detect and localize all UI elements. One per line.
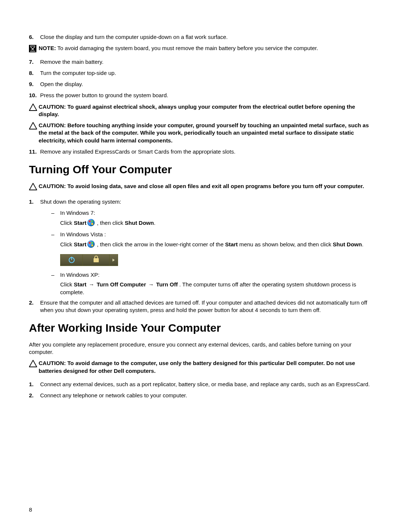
caution-text: CAUTION: To avoid damage to the computer… [39, 359, 372, 375]
step-text: Close the display and turn the computer … [40, 33, 372, 41]
caution-icon [29, 360, 39, 369]
dash: – [51, 231, 60, 238]
caution-callout: CAUTION: To guard against electrical sho… [29, 103, 372, 118]
windows-xp-label: In Windows XP: [60, 271, 372, 279]
text: , then click the arrow in the lower-righ… [95, 241, 225, 247]
step-item: 1. Shut down the operating system: [29, 198, 372, 206]
caution-body: To avoid damage to the computer, use onl… [39, 360, 355, 374]
caution-body: To guard against electrical shock, alway… [39, 104, 355, 117]
step-text: Turn the computer top-side up. [40, 69, 372, 77]
note-prefix: NOTE: [39, 45, 56, 51]
step-number: 11. [29, 148, 40, 155]
note-callout: NOTE: To avoid damaging the system board… [29, 45, 372, 54]
dash: – [51, 209, 60, 217]
caution-prefix: CAUTION: [39, 360, 68, 366]
step-item: 10. Press the power button to ground the… [29, 92, 372, 99]
caution-prefix: CAUTION: [39, 104, 68, 110]
step-number: 6. [29, 33, 40, 41]
step-text: Remove any installed ExpressCards or Sma… [40, 148, 372, 155]
text: , then click [95, 220, 125, 226]
caution-callout: CAUTION: Before touching anything inside… [29, 122, 372, 144]
step-number: 1. [29, 381, 40, 388]
arrow-icon: → [87, 281, 96, 288]
step-number: 10. [29, 92, 40, 99]
step-text: Shut down the operating system: [40, 198, 372, 206]
windows-vista-label: In Windows Vista : [60, 231, 372, 238]
text: Click [60, 220, 74, 226]
caution-icon [29, 183, 39, 192]
text: menu as shown below, and then click [238, 241, 333, 247]
caution-body: To avoid losing data, save and close all… [68, 183, 364, 189]
shut-down-label: Shut Down [333, 241, 362, 247]
windows-vista-instruction: Click Start , then click the arrow in th… [60, 240, 372, 248]
windows-xp-instruction: Click Start → Turn Off Computer → Turn O… [60, 281, 372, 296]
step-item: 11. Remove any installed ExpressCards or… [29, 148, 372, 155]
text: Click [60, 241, 74, 247]
step-item: 2. Ensure that the computer and all atta… [29, 299, 372, 314]
text: . [154, 220, 155, 226]
step-text: Ensure that the computer and all attache… [40, 299, 372, 314]
step-text: Press the power button to ground the sys… [40, 92, 372, 99]
step-number: 7. [29, 58, 40, 66]
windows-vista-item: – In Windows Vista : [51, 231, 372, 238]
step-text: Remove the main battery. [40, 58, 372, 66]
step-item: 1. Connect any external devices, such as… [29, 381, 372, 388]
step-text: Connect any external devices, such as a … [40, 381, 372, 388]
start-label: Start [225, 241, 238, 247]
step-text: Open the display. [40, 81, 372, 88]
dash: – [51, 271, 60, 296]
caution-text: CAUTION: Before touching anything inside… [39, 122, 372, 144]
note-text: NOTE: To avoid damaging the system board… [39, 45, 372, 52]
windows7-label: In Windows 7: [60, 209, 372, 217]
lock-button-icon [83, 254, 110, 266]
after-paragraph: After you complete any replacement proce… [29, 341, 372, 356]
caution-callout: CAUTION: To avoid damage to the computer… [29, 359, 372, 375]
caution-body: Before touching anything inside your com… [39, 122, 369, 144]
caution-text: CAUTION: To guard against electrical sho… [39, 103, 372, 118]
windows-start-orb-icon [87, 240, 95, 248]
step-item: 7. Remove the main battery. [29, 58, 372, 66]
caution-prefix: CAUTION: [39, 183, 68, 189]
heading-turning-off: Turning Off Your Computer [29, 162, 372, 177]
windows7-instruction: Click Start , then click Shut Down. [60, 219, 372, 227]
note-icon [29, 45, 39, 54]
start-label: Start [74, 220, 87, 226]
step-item: 8. Turn the computer top-side up. [29, 69, 372, 77]
power-button-icon [61, 254, 83, 266]
os-sublist: – In Windows 7: Click Start , then click… [51, 209, 372, 296]
step-number: 8. [29, 69, 40, 77]
start-label: Start [74, 281, 87, 288]
shut-down-label: Shut Down [125, 220, 154, 226]
step-item: 9. Open the display. [29, 81, 372, 88]
caution-callout: CAUTION: To avoid losing data, save and … [29, 183, 372, 192]
step-number: 2. [29, 392, 40, 399]
heading-after-working: After Working Inside Your Computer [29, 321, 372, 336]
caution-text: CAUTION: To avoid losing data, save and … [39, 183, 372, 190]
windows7-item: – In Windows 7: [51, 209, 372, 217]
windows-start-orb-icon [87, 219, 95, 226]
turn-off-computer-label: Turn Off Computer [97, 281, 146, 288]
text: . [362, 241, 363, 247]
step-number: 2. [29, 299, 40, 314]
step-item: 2. Connect any telephone or network cabl… [29, 392, 372, 399]
step-number: 9. [29, 81, 40, 88]
page-number: 8 [29, 506, 32, 513]
start-label: Start [74, 241, 87, 247]
step-item: 6. Close the display and turn the comput… [29, 33, 372, 41]
note-body: To avoid damaging the system board, you … [56, 45, 318, 51]
step-number: 1. [29, 198, 40, 206]
windows-xp-item: – In Windows XP: Click Start → Turn Off … [51, 271, 372, 296]
turn-off-label: Turn Off [156, 281, 178, 288]
caution-icon [29, 104, 39, 113]
caution-icon [29, 122, 39, 131]
vista-shutdown-bar-image [60, 254, 118, 266]
arrow-button-icon [110, 254, 118, 266]
arrow-icon: → [147, 281, 155, 288]
step-text: Connect any telephone or network cables … [40, 392, 372, 399]
caution-prefix: CAUTION: [39, 122, 68, 128]
text: Click [60, 281, 74, 288]
